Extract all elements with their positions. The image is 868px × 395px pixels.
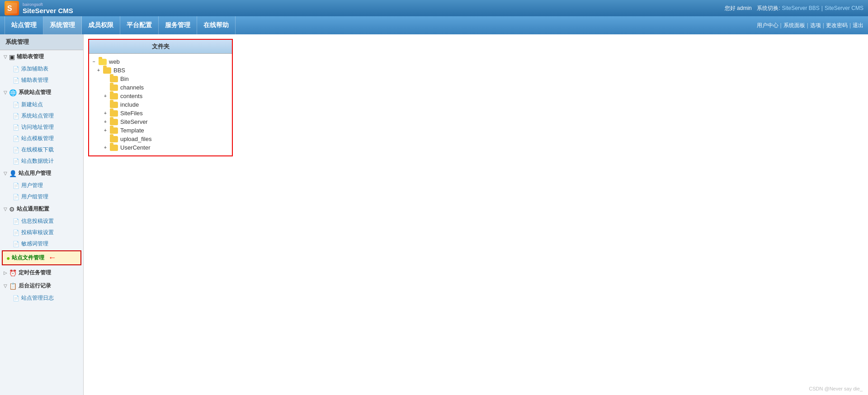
expander-usercenter: +: [102, 145, 108, 150]
nav-item-members[interactable]: 成员权限: [82, 16, 120, 34]
tree-label-channels: channels: [120, 84, 144, 91]
sidebar-item-online-template[interactable]: 📄 在线模板下载: [0, 144, 83, 155]
group-label-taskmanage: 定时任务管理: [19, 269, 51, 277]
doc-icon: 📄: [13, 194, 19, 200]
expander-siteserver: +: [102, 119, 108, 124]
sidebar-item-label: 辅助表管理: [21, 76, 48, 84]
sidebar-item-site-stats[interactable]: 📄 站点数据统计: [0, 155, 83, 167]
logo-icon: S: [5, 1, 19, 15]
doc-icon: 📄: [13, 147, 19, 153]
sidebar-item-usergroup-manage[interactable]: 📄 用户组管理: [0, 191, 83, 202]
sidebar-group-header-usermanage[interactable]: ▽ 👤 站点用户管理: [0, 167, 83, 180]
nav-dashboard[interactable]: 系统面板: [783, 22, 805, 29]
tree-node-sitefiles[interactable]: + SiteFiles: [91, 109, 230, 118]
sidebar-item-label: 用户组管理: [21, 193, 48, 201]
arrow-icon-sitemanage: ▽: [4, 90, 7, 95]
sidebar-item-user-manage[interactable]: 📄 用户管理: [0, 180, 83, 191]
switch-bbs-link[interactable]: SiteServer BBS: [782, 5, 819, 11]
svg-text:S: S: [7, 5, 12, 12]
sidebar-item-sensitive-words[interactable]: 📄 敏感词管理: [0, 238, 83, 249]
tree-label-bin: Bin: [120, 75, 129, 82]
group-label-sitemanage: 系统站点管理: [19, 89, 51, 96]
folder-icon-bin: [110, 76, 118, 82]
tree-node-upload-files[interactable]: upload_files: [91, 135, 230, 143]
doc-icon: 📄: [13, 113, 19, 119]
sidebar-item-label: 新建站点: [21, 101, 43, 108]
arrow-icon-taskmanage: ▷: [4, 270, 7, 275]
folder-icon-bbs: [103, 67, 111, 74]
table-icon: ▣: [9, 53, 15, 61]
sidebar-group-header-sitemanage[interactable]: ▽ 🌐 系统站点管理: [0, 86, 83, 99]
sidebar-item-template-manage[interactable]: 📄 站点模板管理: [0, 133, 83, 144]
tree-label-contents: contents: [120, 93, 142, 99]
sidebar-group-header-siteconfig[interactable]: ▽ ⚙ 站点通用配置: [0, 202, 83, 216]
arrow-icon-auxiliary: ▽: [4, 54, 7, 59]
tree-node-template[interactable]: + Template: [91, 126, 230, 135]
sidebar-item-add-auxiliary[interactable]: 📄 添加辅助表: [0, 63, 83, 75]
sidebar-group-auxiliary: ▽ ▣ 辅助表管理 📄 添加辅助表 📄 辅助表管理: [0, 50, 83, 86]
tree-label-include: include: [120, 101, 139, 108]
doc-icon: 📄: [13, 77, 19, 84]
nav-options[interactable]: 选项: [810, 22, 821, 29]
tree-label-siteserver: SiteServer: [120, 118, 148, 125]
doc-icon: 📄: [13, 158, 19, 165]
sidebar-group-taskmanage: ▷ ⏰ 定时任务管理: [0, 266, 83, 279]
doc-icon: 📄: [13, 66, 19, 72]
sidebar-item-access-manage[interactable]: 📄 访问地址管理: [0, 122, 83, 133]
doc-icon: 📄: [13, 136, 19, 142]
tree-node-bin[interactable]: Bin: [91, 75, 230, 83]
tree-node-contents[interactable]: + contents: [91, 92, 230, 100]
arrow-icon-siteconfig: ▽: [4, 207, 7, 212]
sidebar-item-label: 站点数据统计: [21, 157, 54, 165]
nav-logout[interactable]: 退出: [853, 22, 863, 29]
tree-node-channels[interactable]: channels: [91, 83, 230, 92]
sidebar-item-new-site[interactable]: 📄 新建站点: [0, 99, 83, 110]
sidebar-item-label: 访问地址管理: [21, 123, 54, 131]
sidebar-item-contribute-settings[interactable]: 📄 信息投稿设置: [0, 216, 83, 227]
top-right-area: 您好 admin 系统切换: SiteServer BBS | SiteServ…: [725, 5, 863, 12]
nav-left: 站点管理 系统管理 成员权限 平台配置 服务管理 在线帮助: [5, 16, 236, 34]
tree-node-web[interactable]: − web: [91, 57, 230, 66]
red-arrow-indicator: ←: [48, 253, 56, 263]
tree-node-usercenter[interactable]: + UserCenter: [91, 143, 230, 152]
sidebar-group-header-auxiliary[interactable]: ▽ ▣ 辅助表管理: [0, 50, 83, 63]
file-panel-header: 文件夹: [89, 40, 232, 54]
nav-item-help[interactable]: 在线帮助: [197, 16, 236, 34]
doc-icon: 📄: [13, 124, 19, 131]
sidebar-item-review-settings[interactable]: 📄 投稿审核设置: [0, 227, 83, 238]
doc-icon: 📄: [13, 230, 19, 236]
doc-icon: 📄: [13, 183, 19, 189]
nav-item-system[interactable]: 系统管理: [43, 16, 82, 34]
expander-bin: [102, 76, 108, 81]
user-icon: 👤: [9, 170, 17, 177]
nav-item-service[interactable]: 服务管理: [159, 16, 197, 34]
sidebar-item-file-manage[interactable]: ● 站点文件管理 ←: [2, 250, 81, 265]
navbar: 站点管理 系统管理 成员权限 平台配置 服务管理 在线帮助 用户中心 | 系统面…: [0, 16, 868, 34]
expander-upload-files: [102, 136, 108, 141]
sidebar-item-manage-auxiliary[interactable]: 📄 辅助表管理: [0, 75, 83, 86]
sidebar: 系统管理 ▽ ▣ 辅助表管理 📄 添加辅助表 📄 辅助表管理 ▽ 🌐 系统站点管…: [0, 34, 84, 395]
sidebar-group-header-backendlog[interactable]: ▽ 📋 后台运行记录: [0, 279, 83, 292]
doc-icon: 📄: [13, 241, 19, 247]
switch-cms-link[interactable]: SiteServer CMS: [825, 5, 863, 11]
tree-node-include[interactable]: include: [91, 100, 230, 109]
tree-node-bbs[interactable]: + BBS: [91, 66, 230, 75]
clock-icon: ⏰: [9, 269, 17, 277]
nav-item-site[interactable]: 站点管理: [5, 16, 43, 34]
sidebar-item-label: 在线模板下载: [21, 146, 54, 154]
logo-brand: bairongsoft: [23, 2, 73, 7]
file-manage-icon: ●: [6, 254, 10, 262]
tree-node-siteserver[interactable]: + SiteServer: [91, 118, 230, 126]
folder-icon-usercenter: [110, 145, 118, 151]
arrow-icon-usermanage: ▽: [4, 171, 7, 176]
nav-item-platform[interactable]: 平台配置: [120, 16, 159, 34]
sidebar-group-usermanage: ▽ 👤 站点用户管理 📄 用户管理 📄 用户组管理: [0, 167, 83, 202]
nav-change-password[interactable]: 更改密码: [826, 22, 848, 29]
doc-icon: 📄: [13, 218, 19, 225]
sidebar-item-site-log[interactable]: 📄 站点管理日志: [0, 292, 83, 304]
logo-area: S bairongsoft SiteServer CMS: [5, 1, 73, 15]
sidebar-item-site-manage[interactable]: 📄 系统站点管理: [0, 110, 83, 122]
nav-user-center[interactable]: 用户中心: [757, 22, 778, 29]
tree-label-bbs: BBS: [113, 67, 125, 74]
sidebar-group-header-taskmanage[interactable]: ▷ ⏰ 定时任务管理: [0, 266, 83, 279]
